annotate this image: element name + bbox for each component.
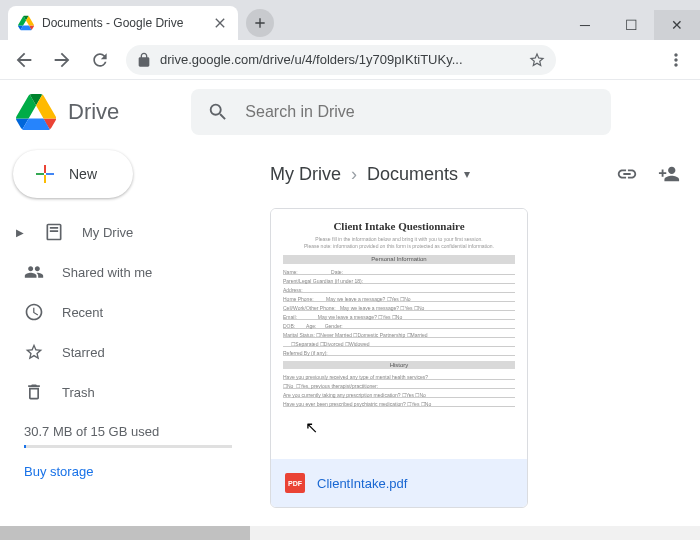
expand-icon[interactable]: ▶ [16,227,26,238]
file-thumbnail: Client Intake Questionnaire Please fill … [271,209,527,459]
browser-tab[interactable]: Documents - Google Drive [8,6,238,40]
browser-menu-button[interactable] [660,44,692,76]
trash-icon [24,382,44,402]
search-icon [207,101,229,123]
add-person-icon[interactable] [658,163,680,185]
new-button[interactable]: New [13,150,133,198]
back-button[interactable] [8,44,40,76]
mydrive-icon [44,222,64,242]
storage-text: 30.7 MB of 15 GB used [24,424,232,439]
window-close-button[interactable]: ✕ [654,10,700,40]
chevron-right-icon: › [351,164,357,185]
sidebar: New ▶ My Drive Shared with me Recent Sta… [0,80,256,540]
sidebar-label: My Drive [82,225,133,240]
browser-titlebar: Documents - Google Drive ─ ☐ ✕ [0,0,700,40]
storage-section: 30.7 MB of 15 GB used Buy storage [0,412,256,491]
address-bar[interactable]: drive.google.com/drive/u/4/folders/1y709… [126,45,556,75]
star-outline-icon [24,342,44,362]
sidebar-item-trash[interactable]: Trash [0,372,256,412]
url-text: drive.google.com/drive/u/4/folders/1y709… [160,52,520,67]
breadcrumb-current[interactable]: Documents ▾ [367,164,470,185]
storage-bar [24,445,232,448]
drive-header: Drive [0,80,700,144]
tab-title: Documents - Google Drive [42,16,204,30]
breadcrumb: My Drive › Documents ▾ [260,150,700,198]
search-box[interactable] [191,89,611,135]
drive-favicon [18,15,34,31]
pdf-icon: PDF [285,473,305,493]
sidebar-item-mydrive[interactable]: ▶ My Drive [0,212,256,252]
sidebar-label: Starred [62,345,105,360]
sidebar-item-recent[interactable]: Recent [0,292,256,332]
chevron-down-icon: ▾ [464,167,470,181]
tab-close-icon[interactable] [212,15,228,31]
drive-wordmark: Drive [68,99,119,125]
drive-logo-icon [16,92,56,132]
sidebar-label: Shared with me [62,265,152,280]
forward-button[interactable] [46,44,78,76]
sidebar-item-starred[interactable]: Starred [0,332,256,372]
window-minimize-button[interactable]: ─ [562,10,608,40]
lock-icon [136,52,152,68]
new-button-label: New [69,166,97,182]
sidebar-label: Recent [62,305,103,320]
plus-icon [33,162,57,186]
reload-button[interactable] [84,44,116,76]
main-pane: My Drive › Documents ▾ Client Intake Que… [260,80,700,540]
sidebar-item-shared[interactable]: Shared with me [0,252,256,292]
file-name: ClientIntake.pdf [317,476,407,491]
horizontal-scrollbar[interactable] [0,526,700,540]
recent-icon [24,302,44,322]
browser-toolbar: drive.google.com/drive/u/4/folders/1y709… [0,40,700,80]
sidebar-label: Trash [62,385,95,400]
window-controls: ─ ☐ ✕ [562,10,700,40]
file-card[interactable]: Client Intake Questionnaire Please fill … [270,208,528,508]
new-tab-button[interactable] [246,9,274,37]
breadcrumb-root[interactable]: My Drive [270,164,341,185]
buy-storage-link[interactable]: Buy storage [24,464,232,479]
file-grid: Client Intake Questionnaire Please fill … [260,198,700,508]
star-icon[interactable] [528,51,546,69]
shared-icon [24,262,44,282]
link-icon[interactable] [616,163,638,185]
file-footer: PDF ClientIntake.pdf [271,459,527,507]
search-input[interactable] [245,103,595,121]
window-maximize-button[interactable]: ☐ [608,10,654,40]
cursor-icon: ↖ [305,417,318,439]
